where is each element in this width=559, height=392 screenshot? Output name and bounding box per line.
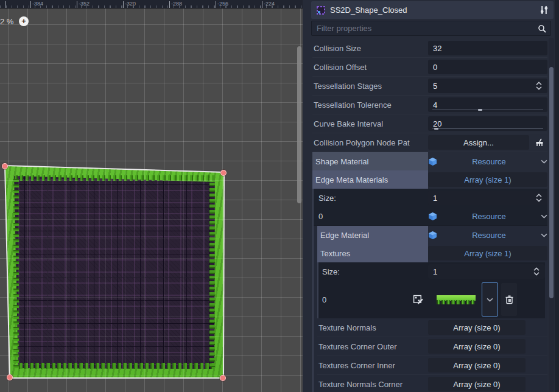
ruler-tick-label: -288 (171, 1, 182, 7)
array-item-index: 0 (321, 281, 428, 318)
resource-cube-icon (428, 157, 437, 166)
texture-dropdown-button[interactable] (482, 282, 498, 317)
property-label: Collision Offset (312, 58, 428, 76)
property-row-edge-meta-materials: Edge Meta Materials Array (size 1) (312, 170, 547, 189)
property-label: Collision Polygon Node Pat (312, 133, 428, 152)
textures-array-panel: Size: 1 (317, 262, 545, 318)
inspector-scrollbar-thumb[interactable] (549, 67, 554, 298)
chevron-down-icon (541, 214, 547, 219)
field-value: 20 (433, 119, 543, 128)
curve-bake-interval-slider[interactable]: 20 (428, 116, 547, 131)
field-value: 1 (433, 267, 530, 276)
ruler-tick-label: -320 (125, 1, 136, 7)
resource-cube-icon (428, 231, 437, 240)
resource-name: Resource (437, 231, 541, 240)
inspector-scrollbar[interactable] (549, 38, 554, 392)
zoom-in-button[interactable]: + (19, 16, 29, 26)
property-row-tessellation-stages: Tessellation Stages 5 (312, 77, 547, 95)
chevron-down-icon (541, 159, 547, 164)
tessellation-tolerence-slider[interactable]: 4 (428, 97, 547, 112)
array-item-index: 0 (317, 207, 428, 225)
field-value: 32 (433, 44, 543, 53)
zoom-percentage-label: 2 % (0, 17, 13, 26)
trash-icon (505, 295, 514, 304)
texture-normals-array-button[interactable]: Array (size 0) (428, 320, 526, 335)
panel-edge (555, 0, 559, 392)
property-list: Collision Size 32 Collision Offset 0 Tes… (312, 39, 547, 392)
property-row-collision-size: Collision Size 32 (312, 39, 547, 57)
inspector-title: SS2D_Shape_Closed (330, 5, 540, 15)
texture-item-0-row: 0 (321, 281, 545, 318)
slider-track[interactable] (432, 128, 543, 129)
array-size-label: Size: (317, 189, 428, 207)
resource-name: Resource (437, 157, 541, 166)
edge-meta-material-section: Edge Material Resource (314, 225, 547, 392)
property-label: Texture Normals Corner (317, 375, 428, 392)
delete-texture-button[interactable] (501, 283, 517, 316)
textures-array-button[interactable]: Array (size 1) (428, 246, 547, 261)
array-size-field[interactable]: 1 (428, 191, 547, 205)
spinner-updown-icon[interactable] (533, 267, 540, 276)
ruler-tick-label: -352 (79, 1, 90, 7)
control-point-top-left[interactable] (2, 163, 8, 169)
filter-properties-input[interactable] (312, 24, 538, 33)
chevron-down-icon (541, 233, 547, 237)
extra-resource-options-icon[interactable] (540, 5, 549, 15)
grass-fringe-bottom (18, 363, 214, 369)
inspector-panel: SS2D_Shape_Closed Collision Size (303, 0, 559, 392)
chevron-down-icon (487, 298, 493, 302)
property-row-textures-corner-outer: Textures Corner Outer Array (size 0) (317, 337, 547, 355)
meta-material-resource-picker[interactable]: Resource (428, 209, 547, 223)
shape-material-resource-picker[interactable]: Resource (428, 154, 547, 169)
property-label: Curve Bake Interval (312, 114, 428, 133)
slider-grabber[interactable] (478, 109, 482, 111)
tessellation-stages-field[interactable]: 5 (428, 79, 547, 93)
property-row-texture-normals-corner: Texture Normals Corner Array (size 0) (317, 375, 547, 392)
property-row-texture-normals: Texture Normals Array (size 0) (317, 318, 547, 337)
property-row-collision-offset: Collision Offset 0 (312, 58, 547, 76)
ruler-tick-label: -384 (32, 1, 43, 7)
clear-node-path-button[interactable] (532, 135, 547, 150)
2d-viewport[interactable]: -384 -352 -320 -288 -256 -224 2 % + (0, 0, 303, 392)
property-label: Tessellation Stages (312, 77, 428, 95)
edge-material-resource-picker[interactable]: Resource (428, 228, 547, 242)
control-point-top-right[interactable] (220, 170, 227, 176)
ruler-tick-label: -224 (264, 1, 275, 7)
edge-material-array-rows: Texture Normals Array (size 0) Textures … (317, 318, 547, 392)
spinner-updown-icon[interactable] (535, 82, 543, 90)
grass-texture-thumbnail[interactable] (437, 295, 476, 304)
ss2d-node-icon (316, 5, 326, 15)
assign-node-path-button[interactable]: Assign... (428, 135, 529, 150)
resource-name: Resource (437, 212, 541, 221)
ruler-tick-label: -256 (217, 1, 228, 7)
godot-editor-window: -384 -352 -320 -288 -256 -224 2 % + SS2D… (0, 0, 559, 392)
textures-corner-outer-array-button[interactable]: Array (size 0) (428, 339, 526, 354)
slider-track[interactable] (432, 110, 543, 110)
array-size-field[interactable]: 1 (428, 264, 545, 279)
array-size-label: Size: (321, 262, 428, 281)
collision-offset-field[interactable]: 0 (428, 60, 547, 74)
search-icon (538, 24, 546, 33)
filter-properties-box (311, 21, 551, 36)
property-row-edge-material: Edge Material Resource (317, 226, 547, 244)
property-row-curve-bake-interval: Curve Bake Interval 20 (312, 114, 547, 133)
property-label: Edge Material (317, 226, 428, 244)
property-label: Textures Corner Outer (317, 337, 428, 355)
property-row-textures-corner-inner: Textures Corner Inner Array (size 0) (317, 356, 547, 374)
textures-corner-inner-array-button[interactable]: Array (size 0) (428, 358, 526, 373)
collision-size-field[interactable]: 32 (428, 41, 547, 55)
edge-meta-materials-array-panel: Size: 1 0 (312, 189, 547, 392)
edge-meta-materials-array-button[interactable]: Array (size 1) (428, 172, 547, 187)
resource-cube-icon (428, 212, 437, 221)
slider-grabber[interactable] (434, 128, 438, 130)
control-point-bottom-right[interactable] (220, 375, 226, 381)
texture-normals-corner-array-button[interactable]: Array (size 0) (428, 377, 526, 391)
edit-texture-icon[interactable] (413, 295, 423, 305)
array-item-index-text: 0 (322, 295, 326, 304)
horizontal-ruler: -384 -352 -320 -288 -256 -224 (0, 0, 303, 9)
property-label: Edge Meta Materials (312, 170, 428, 189)
field-value: 5 (433, 82, 533, 91)
viewport-vertical-scrollbar[interactable] (297, 46, 301, 203)
control-point-bottom-left[interactable] (7, 374, 13, 380)
spinner-updown-icon[interactable] (535, 194, 543, 202)
